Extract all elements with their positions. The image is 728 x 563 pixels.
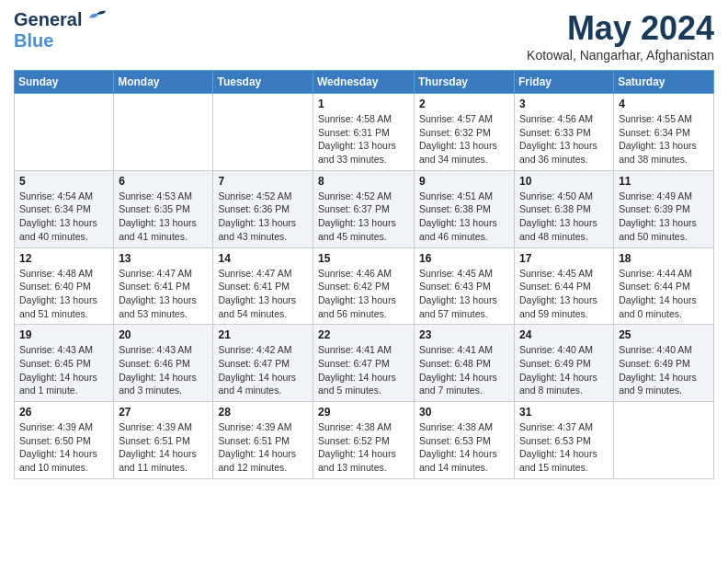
day-number: 12: [19, 252, 108, 265]
day-number: 2: [419, 98, 509, 110]
calendar-cell: 23Sunrise: 4:41 AM Sunset: 6:48 PM Dayli…: [415, 325, 515, 402]
day-number: 29: [318, 406, 409, 419]
day-number: 31: [519, 406, 609, 419]
day-info: Sunrise: 4:38 AM Sunset: 6:53 PM Dayligh…: [419, 420, 509, 475]
calendar-week-row: 19Sunrise: 4:43 AM Sunset: 6:45 PM Dayli…: [15, 325, 714, 402]
calendar-cell: 31Sunrise: 4:37 AM Sunset: 6:53 PM Dayli…: [515, 402, 614, 479]
calendar-week-row: 1Sunrise: 4:58 AM Sunset: 6:31 PM Daylig…: [15, 94, 714, 171]
calendar-cell: 2Sunrise: 4:57 AM Sunset: 6:32 PM Daylig…: [415, 94, 515, 171]
day-info: Sunrise: 4:41 AM Sunset: 6:47 PM Dayligh…: [318, 343, 409, 397]
weekday-header-monday: Monday: [114, 71, 213, 94]
day-info: Sunrise: 4:44 AM Sunset: 6:44 PM Dayligh…: [619, 267, 709, 321]
logo: General Blue: [14, 9, 106, 52]
calendar-cell: 15Sunrise: 4:46 AM Sunset: 6:42 PM Dayli…: [313, 247, 415, 325]
calendar-cell: [114, 94, 213, 171]
calendar-cell: 10Sunrise: 4:50 AM Sunset: 6:38 PM Dayli…: [515, 170, 614, 247]
title-block: May 2024 Kotowal, Nangarhar, Afghanistan: [527, 9, 714, 63]
day-number: 11: [619, 175, 709, 188]
day-info: Sunrise: 4:40 AM Sunset: 6:49 PM Dayligh…: [519, 343, 609, 397]
calendar-cell: 25Sunrise: 4:40 AM Sunset: 6:49 PM Dayli…: [614, 325, 714, 402]
calendar-cell: 4Sunrise: 4:55 AM Sunset: 6:34 PM Daylig…: [614, 94, 714, 171]
weekday-header-sunday: Sunday: [15, 71, 114, 94]
day-info: Sunrise: 4:58 AM Sunset: 6:31 PM Dayligh…: [318, 112, 409, 167]
weekday-header-thursday: Thursday: [415, 71, 515, 94]
day-number: 6: [119, 175, 208, 188]
calendar-cell: 26Sunrise: 4:39 AM Sunset: 6:50 PM Dayli…: [15, 402, 114, 479]
day-number: 9: [419, 175, 509, 188]
day-info: Sunrise: 4:45 AM Sunset: 6:43 PM Dayligh…: [419, 267, 509, 321]
day-info: Sunrise: 4:57 AM Sunset: 6:32 PM Dayligh…: [419, 112, 509, 167]
calendar-cell: [614, 402, 714, 479]
calendar-cell: 3Sunrise: 4:56 AM Sunset: 6:33 PM Daylig…: [515, 94, 614, 171]
calendar-week-row: 12Sunrise: 4:48 AM Sunset: 6:40 PM Dayli…: [15, 247, 714, 325]
month-year-title: May 2024: [527, 9, 714, 48]
calendar-cell: 6Sunrise: 4:53 AM Sunset: 6:35 PM Daylig…: [114, 170, 213, 247]
day-info: Sunrise: 4:39 AM Sunset: 6:50 PM Dayligh…: [19, 420, 108, 475]
calendar-cell: 11Sunrise: 4:49 AM Sunset: 6:39 PM Dayli…: [614, 170, 714, 247]
calendar-cell: 29Sunrise: 4:38 AM Sunset: 6:52 PM Dayli…: [313, 402, 415, 479]
logo-bird-icon: [85, 8, 106, 25]
calendar-cell: 9Sunrise: 4:51 AM Sunset: 6:38 PM Daylig…: [415, 170, 515, 247]
day-number: 10: [519, 175, 609, 188]
day-info: Sunrise: 4:54 AM Sunset: 6:34 PM Dayligh…: [19, 190, 108, 244]
day-number: 28: [218, 406, 308, 419]
calendar-cell: 5Sunrise: 4:54 AM Sunset: 6:34 PM Daylig…: [15, 170, 114, 247]
calendar-cell: 16Sunrise: 4:45 AM Sunset: 6:43 PM Dayli…: [415, 247, 515, 325]
location-subtitle: Kotowal, Nangarhar, Afghanistan: [527, 48, 714, 63]
day-number: 22: [318, 328, 409, 341]
day-number: 23: [419, 328, 509, 341]
weekday-header-wednesday: Wednesday: [313, 71, 415, 94]
day-info: Sunrise: 4:41 AM Sunset: 6:48 PM Dayligh…: [419, 343, 509, 397]
day-info: Sunrise: 4:55 AM Sunset: 6:34 PM Dayligh…: [619, 112, 709, 167]
day-number: 20: [119, 328, 208, 341]
calendar-cell: 20Sunrise: 4:43 AM Sunset: 6:46 PM Dayli…: [114, 325, 213, 402]
day-info: Sunrise: 4:39 AM Sunset: 6:51 PM Dayligh…: [218, 420, 308, 475]
day-number: 16: [419, 252, 509, 265]
calendar-cell: 12Sunrise: 4:48 AM Sunset: 6:40 PM Dayli…: [15, 247, 114, 325]
day-info: Sunrise: 4:43 AM Sunset: 6:45 PM Dayligh…: [19, 343, 108, 397]
calendar-cell: 22Sunrise: 4:41 AM Sunset: 6:47 PM Dayli…: [313, 325, 415, 402]
day-number: 21: [218, 328, 308, 341]
calendar-cell: 7Sunrise: 4:52 AM Sunset: 6:36 PM Daylig…: [213, 170, 313, 247]
calendar-cell: 27Sunrise: 4:39 AM Sunset: 6:51 PM Dayli…: [114, 402, 213, 479]
calendar-cell: 30Sunrise: 4:38 AM Sunset: 6:53 PM Dayli…: [415, 402, 515, 479]
calendar-cell: [213, 94, 313, 171]
day-number: 24: [519, 328, 609, 341]
day-info: Sunrise: 4:47 AM Sunset: 6:41 PM Dayligh…: [218, 267, 308, 321]
day-info: Sunrise: 4:42 AM Sunset: 6:47 PM Dayligh…: [218, 343, 308, 397]
day-info: Sunrise: 4:56 AM Sunset: 6:33 PM Dayligh…: [519, 112, 609, 167]
calendar-week-row: 5Sunrise: 4:54 AM Sunset: 6:34 PM Daylig…: [15, 170, 714, 247]
day-info: Sunrise: 4:38 AM Sunset: 6:52 PM Dayligh…: [318, 420, 409, 475]
calendar-cell: [15, 94, 114, 171]
day-number: 27: [119, 406, 208, 419]
calendar-week-row: 26Sunrise: 4:39 AM Sunset: 6:50 PM Dayli…: [15, 402, 714, 479]
day-number: 3: [519, 98, 609, 110]
calendar-cell: 19Sunrise: 4:43 AM Sunset: 6:45 PM Dayli…: [15, 325, 114, 402]
day-number: 19: [19, 328, 108, 341]
calendar-table: SundayMondayTuesdayWednesdayThursdayFrid…: [14, 70, 714, 479]
day-number: 8: [318, 175, 409, 188]
day-number: 30: [419, 406, 509, 419]
day-number: 1: [318, 98, 409, 110]
day-info: Sunrise: 4:47 AM Sunset: 6:41 PM Dayligh…: [119, 267, 208, 321]
day-number: 4: [619, 98, 709, 110]
calendar-cell: 17Sunrise: 4:45 AM Sunset: 6:44 PM Dayli…: [515, 247, 614, 325]
day-number: 17: [519, 252, 609, 265]
day-number: 14: [218, 252, 308, 265]
weekday-header-friday: Friday: [515, 71, 614, 94]
calendar-cell: 18Sunrise: 4:44 AM Sunset: 6:44 PM Dayli…: [614, 247, 714, 325]
day-info: Sunrise: 4:40 AM Sunset: 6:49 PM Dayligh…: [619, 343, 709, 397]
day-info: Sunrise: 4:37 AM Sunset: 6:53 PM Dayligh…: [519, 420, 609, 475]
day-number: 5: [19, 175, 108, 188]
day-number: 26: [19, 406, 108, 419]
day-info: Sunrise: 4:43 AM Sunset: 6:46 PM Dayligh…: [119, 343, 208, 397]
day-number: 15: [318, 252, 409, 265]
calendar-cell: 28Sunrise: 4:39 AM Sunset: 6:51 PM Dayli…: [213, 402, 313, 479]
day-number: 25: [619, 328, 709, 341]
weekday-header-saturday: Saturday: [614, 71, 714, 94]
day-info: Sunrise: 4:46 AM Sunset: 6:42 PM Dayligh…: [318, 267, 409, 321]
day-number: 7: [218, 175, 308, 188]
day-info: Sunrise: 4:53 AM Sunset: 6:35 PM Dayligh…: [119, 190, 208, 244]
day-info: Sunrise: 4:39 AM Sunset: 6:51 PM Dayligh…: [119, 420, 208, 475]
calendar-cell: 21Sunrise: 4:42 AM Sunset: 6:47 PM Dayli…: [213, 325, 313, 402]
